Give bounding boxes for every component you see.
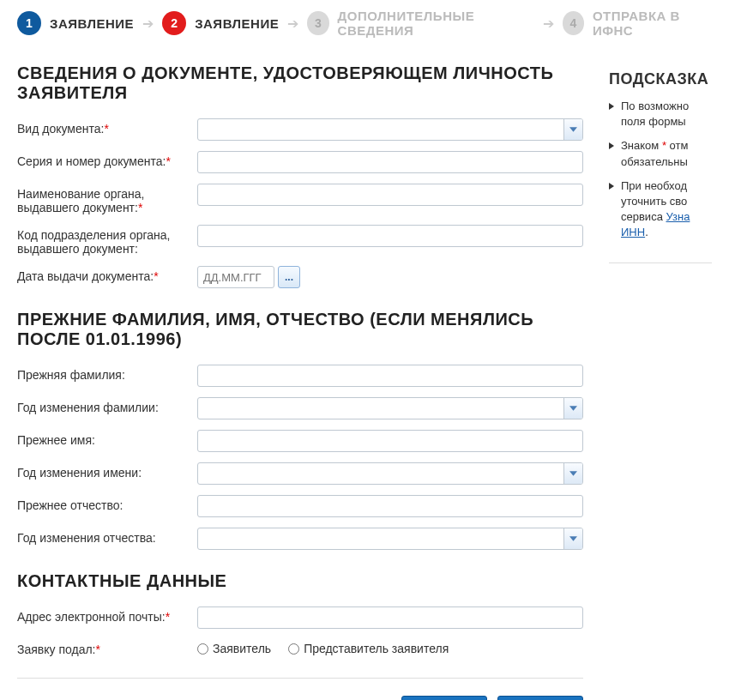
submitter-label: Заявку подал:* (17, 639, 189, 656)
year-name-select[interactable] (197, 462, 583, 485)
year-patronymic-label: Год изменения отчества: (17, 528, 189, 545)
step-1[interactable]: 1 ЗАЯВЛЕНИЕ (17, 11, 134, 35)
step-2-label: ЗАЯВЛЕНИЕ (195, 16, 279, 31)
step-4-label: ОТПРАВКА В ИФНС (593, 9, 712, 38)
email-label: Адрес электронной почты:* (17, 606, 189, 624)
prev-surname-input[interactable] (197, 365, 583, 387)
wizard-stepper: 1 ЗАЯВЛЕНИЕ ➔ 2 ЗАЯВЛЕНИЕ ➔ 3 ДОПОЛНИТЕЛ… (0, 0, 729, 55)
chevron-down-icon[interactable] (563, 119, 582, 140)
chevron-right-icon: ➔ (543, 15, 554, 32)
doc-kind-select[interactable] (197, 118, 583, 141)
doc-issuer-input[interactable] (197, 184, 583, 206)
chevron-down-icon[interactable] (563, 398, 582, 419)
tip-3: При необход уточнить сво сервиса Узна ИН… (609, 178, 712, 241)
radio-applicant[interactable]: Заявитель (197, 642, 271, 655)
step-2[interactable]: 2 ЗАЯВЛЕНИЕ (162, 11, 279, 35)
chevron-right-icon: ➔ (142, 15, 154, 32)
tip-list: По возможно поля формы Знаком * отм обяз… (609, 99, 712, 241)
radio-applicant-label: Заявитель (213, 642, 271, 655)
doc-code-input[interactable] (197, 225, 583, 247)
step-1-label: ЗАЯВЛЕНИЕ (50, 16, 134, 31)
step-2-circle: 2 (162, 11, 186, 35)
tip-1: По возможно поля формы (609, 99, 712, 130)
prev-patronymic-label: Прежнее отчество: (17, 495, 189, 512)
prev-patronymic-input[interactable] (197, 495, 583, 517)
date-picker-button[interactable]: ... (278, 266, 300, 288)
sidebar-title: ПОДСКАЗКА (609, 70, 712, 88)
year-name-label: Год изменения имени: (17, 462, 189, 480)
radio-representative-label: Представитель заявителя (304, 642, 449, 655)
sidebar-divider (609, 262, 712, 263)
year-patronymic-select[interactable] (197, 528, 583, 550)
step-4[interactable]: 4 ОТПРАВКА В ИФНС (563, 9, 712, 38)
radio-representative-input[interactable] (288, 643, 299, 655)
email-input[interactable] (197, 606, 583, 629)
back-button[interactable]: << Назад (401, 696, 487, 700)
doc-series-input[interactable] (197, 151, 583, 173)
year-surname-select[interactable] (197, 397, 583, 419)
next-button[interactable]: Далее >> (497, 696, 583, 700)
prev-name-label: Прежнее имя: (17, 430, 189, 447)
section-contact-title: КОНТАКТНЫЕ ДАННЫЕ (17, 571, 583, 591)
year-surname-label: Год изменения фамилии: (17, 397, 189, 414)
doc-date-input[interactable] (197, 266, 274, 288)
step-3-circle: 3 (307, 11, 328, 35)
tip-link-inn[interactable]: ИНН (621, 226, 645, 238)
chevron-down-icon[interactable] (563, 528, 582, 549)
chevron-down-icon[interactable] (563, 463, 582, 484)
doc-code-label: Код подразделения органа, выдавшего доку… (17, 225, 189, 256)
doc-kind-label: Вид документа:* (17, 118, 189, 136)
step-4-circle: 4 (563, 11, 584, 35)
tip-2: Знаком * отм обязательны (609, 138, 712, 169)
doc-series-label: Серия и номер документа:* (17, 151, 189, 168)
section-prevnames-title: ПРЕЖНИЕ ФАМИЛИЯ, ИМЯ, ОТЧЕСТВО (ЕСЛИ МЕН… (17, 310, 583, 349)
radio-representative[interactable]: Представитель заявителя (288, 642, 449, 655)
step-3-label: ДОПОЛНИТЕЛЬНЫЕ СВЕДЕНИЯ (338, 9, 534, 38)
chevron-right-icon: ➔ (287, 15, 298, 32)
step-1-circle: 1 (17, 11, 41, 35)
divider (17, 678, 583, 679)
tip-link-uznai[interactable]: Узна (666, 210, 690, 223)
doc-date-label: Дата выдачи документа:* (17, 266, 189, 283)
radio-applicant-input[interactable] (197, 643, 208, 655)
prev-name-input[interactable] (197, 430, 583, 452)
prev-surname-label: Прежняя фамилия: (17, 365, 189, 382)
step-3[interactable]: 3 ДОПОЛНИТЕЛЬНЫЕ СВЕДЕНИЯ (307, 9, 533, 38)
doc-issuer-label: Наименование органа, выдавшего документ:… (17, 184, 189, 214)
section-doc-title: СВЕДЕНИЯ О ДОКУМЕНТЕ, УДОСТОВЕРЯЮЩЕМ ЛИЧ… (17, 63, 583, 103)
